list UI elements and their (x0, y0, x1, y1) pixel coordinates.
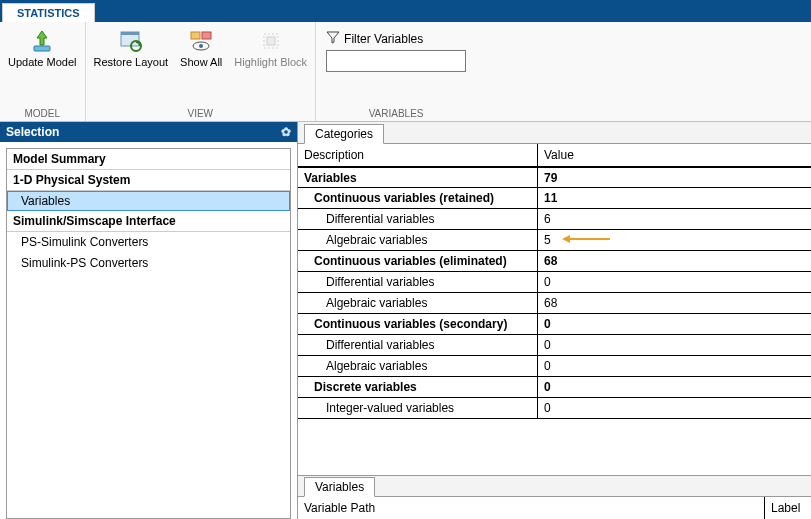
tab-variables[interactable]: Variables (304, 477, 375, 497)
ribbon-group-variables-label: VARIABLES (318, 106, 474, 121)
tree-item[interactable]: 1-D Physical System (7, 170, 290, 191)
grid-row[interactable]: Differential variables6 (298, 209, 811, 230)
ribbon: Update Model MODEL (0, 22, 811, 122)
tree-item[interactable]: Simulink/Simscape Interface (7, 211, 290, 232)
grid-cell-value: 11 (538, 188, 811, 208)
show-all-label: Show All (180, 56, 222, 69)
grid-row[interactable]: Algebraic variables0 (298, 356, 811, 377)
grid-row[interactable]: Discrete variables0 (298, 377, 811, 398)
update-model-label: Update Model (8, 56, 77, 69)
grid-row[interactable]: Continuous variables (eliminated)68 (298, 251, 811, 272)
variables-tabstrip: Variables (298, 475, 811, 497)
grid-row[interactable]: Differential variables0 (298, 335, 811, 356)
grid-cell-description: Continuous variables (retained) (298, 188, 538, 208)
grid-cell-value: 0 (538, 314, 811, 334)
statistics-grid: Variables79Continuous variables (retaine… (298, 167, 811, 475)
update-model-icon (29, 28, 55, 54)
svg-point-7 (199, 44, 203, 48)
col-value: Value (538, 144, 811, 166)
grid-cell-description: Discrete variables (298, 377, 538, 397)
grid-cell-description: Continuous variables (secondary) (298, 314, 538, 334)
statistics-window: STATISTICS Update Model MODEL (0, 0, 811, 519)
svg-rect-5 (202, 32, 211, 39)
tab-categories[interactable]: Categories (304, 124, 384, 144)
grid-cell-value: 0 (538, 272, 811, 292)
svg-rect-4 (191, 32, 200, 39)
grid-row[interactable]: Integer-valued variables0 (298, 398, 811, 419)
tree-item[interactable]: Simulink-PS Converters (7, 253, 290, 274)
selection-title: Selection (6, 125, 59, 139)
tree-item[interactable]: Model Summary (7, 149, 290, 170)
filter-variables-input[interactable] (326, 50, 466, 72)
col-description: Description (298, 144, 538, 166)
main-split: Selection ✿ Model Summary1-D Physical Sy… (0, 122, 811, 519)
selection-panel: Selection ✿ Model Summary1-D Physical Sy… (0, 122, 298, 519)
filter-variables-label: Filter Variables (344, 32, 423, 46)
svg-rect-0 (34, 46, 50, 51)
gear-icon[interactable]: ✿ (281, 125, 291, 139)
highlight-block-button: Highlight Block (228, 24, 313, 71)
tree-item[interactable]: PS-Simulink Converters (7, 232, 290, 253)
tree-item[interactable]: Variables (7, 191, 290, 211)
ribbon-group-view: Restore Layout Show All (86, 22, 317, 121)
filter-block: Filter Variables (318, 24, 474, 72)
grid-cell-description: Differential variables (298, 272, 538, 292)
ribbon-group-model-label: MODEL (2, 106, 83, 121)
col-variable-path: Variable Path (298, 497, 765, 519)
grid-cell-description: Integer-valued variables (298, 398, 538, 418)
ribbon-group-variables: Filter Variables VARIABLES (316, 22, 476, 121)
show-all-icon (188, 28, 214, 54)
grid-cell-value: 5 (538, 230, 811, 250)
grid-row[interactable]: Variables79 (298, 167, 811, 188)
content-panel: Categories Description Value Variables79… (298, 122, 811, 519)
grid-row[interactable]: Algebraic variables68 (298, 293, 811, 314)
grid-cell-description: Algebraic variables (298, 356, 538, 376)
variables-column-header: Variable Path Label (298, 497, 811, 519)
grid-cell-value: 68 (538, 251, 811, 271)
grid-row[interactable]: Continuous variables (retained)11 (298, 188, 811, 209)
grid-cell-description: Variables (298, 168, 538, 187)
highlight-block-label: Highlight Block (234, 56, 307, 69)
restore-layout-button[interactable]: Restore Layout (88, 24, 175, 71)
grid-cell-description: Continuous variables (eliminated) (298, 251, 538, 271)
ribbon-tabstrip: STATISTICS (0, 0, 811, 22)
col-label: Label (765, 497, 811, 519)
grid-cell-value: 0 (538, 398, 811, 418)
tab-statistics[interactable]: STATISTICS (2, 3, 95, 22)
grid-cell-value: 0 (538, 377, 811, 397)
grid-cell-description: Algebraic variables (298, 293, 538, 313)
grid-cell-description: Differential variables (298, 335, 538, 355)
grid-row[interactable]: Algebraic variables5 (298, 230, 811, 251)
grid-cell-description: Differential variables (298, 209, 538, 229)
grid-cell-value: 68 (538, 293, 811, 313)
filter-icon (326, 30, 340, 47)
grid-cell-value: 0 (538, 335, 811, 355)
selection-tree: Model Summary1-D Physical SystemVariable… (6, 148, 291, 519)
grid-cell-description: Algebraic variables (298, 230, 538, 250)
pointer-arrow-icon (562, 233, 610, 247)
grid-cell-value: 6 (538, 209, 811, 229)
categories-tabstrip: Categories (298, 122, 811, 144)
grid-row[interactable]: Continuous variables (secondary)0 (298, 314, 811, 335)
highlight-block-icon (258, 28, 284, 54)
svg-rect-9 (267, 37, 275, 45)
grid-row[interactable]: Differential variables0 (298, 272, 811, 293)
selection-header: Selection ✿ (0, 122, 297, 142)
grid-cell-value: 0 (538, 356, 811, 376)
ribbon-group-view-label: VIEW (88, 106, 314, 121)
ribbon-group-model: Update Model MODEL (0, 22, 86, 121)
svg-rect-2 (121, 32, 139, 35)
show-all-button[interactable]: Show All (174, 24, 228, 71)
update-model-button[interactable]: Update Model (2, 24, 83, 71)
grid-cell-value: 79 (538, 168, 811, 187)
restore-layout-label: Restore Layout (94, 56, 169, 69)
restore-layout-icon (118, 28, 144, 54)
categories-column-header: Description Value (298, 144, 811, 167)
